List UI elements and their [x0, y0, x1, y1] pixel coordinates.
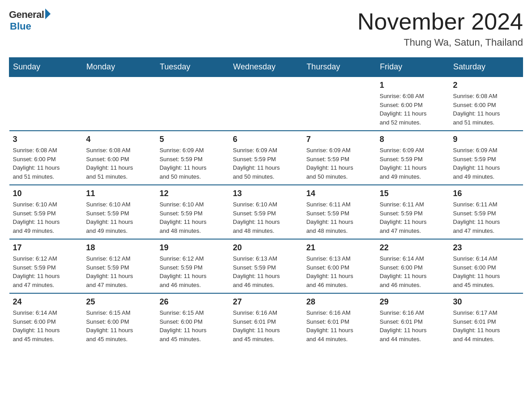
- calendar-cell: [229, 77, 303, 131]
- day-number: 3: [13, 135, 79, 144]
- calendar-cell: 22Sunrise: 6:14 AM Sunset: 6:00 PM Dayli…: [376, 239, 450, 293]
- calendar-cell: 7Sunrise: 6:09 AM Sunset: 5:59 PM Daylig…: [303, 131, 376, 185]
- weekday-header-sunday: Sunday: [9, 58, 83, 77]
- calendar-week-row: 24Sunrise: 6:14 AM Sunset: 6:00 PM Dayli…: [9, 293, 523, 347]
- day-number: 12: [159, 189, 226, 198]
- day-number: 25: [86, 297, 152, 307]
- calendar-cell: 25Sunrise: 6:15 AM Sunset: 6:00 PM Dayli…: [82, 293, 156, 347]
- weekday-header-monday: Monday: [82, 58, 156, 77]
- day-number: 24: [13, 297, 79, 307]
- day-number: 7: [306, 135, 373, 144]
- calendar-cell: 6Sunrise: 6:09 AM Sunset: 5:59 PM Daylig…: [229, 131, 303, 185]
- calendar-cell: 26Sunrise: 6:15 AM Sunset: 6:00 PM Dayli…: [156, 293, 229, 347]
- month-title: November 2024: [357, 9, 523, 34]
- day-info: Sunrise: 6:09 AM Sunset: 5:59 PM Dayligh…: [159, 146, 226, 181]
- calendar-week-row: 17Sunrise: 6:12 AM Sunset: 5:59 PM Dayli…: [9, 239, 523, 293]
- day-number: 11: [86, 189, 152, 198]
- day-info: Sunrise: 6:08 AM Sunset: 6:00 PM Dayligh…: [453, 92, 519, 127]
- day-info: Sunrise: 6:10 AM Sunset: 5:59 PM Dayligh…: [233, 200, 299, 235]
- day-info: Sunrise: 6:13 AM Sunset: 5:59 PM Dayligh…: [233, 254, 299, 289]
- calendar-cell: 16Sunrise: 6:11 AM Sunset: 5:59 PM Dayli…: [450, 185, 523, 239]
- day-number: 2: [453, 81, 519, 90]
- calendar-cell: 10Sunrise: 6:10 AM Sunset: 5:59 PM Dayli…: [9, 185, 83, 239]
- day-info: Sunrise: 6:13 AM Sunset: 6:00 PM Dayligh…: [306, 254, 373, 289]
- calendar-week-row: 1Sunrise: 6:08 AM Sunset: 6:00 PM Daylig…: [9, 77, 523, 131]
- calendar-cell: [156, 77, 229, 131]
- day-info: Sunrise: 6:09 AM Sunset: 5:59 PM Dayligh…: [453, 146, 519, 181]
- day-info: Sunrise: 6:09 AM Sunset: 5:59 PM Dayligh…: [233, 146, 299, 181]
- calendar-cell: 14Sunrise: 6:11 AM Sunset: 5:59 PM Dayli…: [303, 185, 376, 239]
- day-number: 4: [86, 135, 152, 144]
- calendar-cell: 2Sunrise: 6:08 AM Sunset: 6:00 PM Daylig…: [450, 77, 523, 131]
- calendar-cell: 27Sunrise: 6:16 AM Sunset: 6:01 PM Dayli…: [229, 293, 303, 347]
- calendar-cell: 20Sunrise: 6:13 AM Sunset: 5:59 PM Dayli…: [229, 239, 303, 293]
- day-number: 6: [233, 135, 299, 144]
- day-number: 23: [453, 243, 519, 253]
- day-number: 9: [453, 135, 519, 144]
- day-number: 14: [306, 189, 373, 198]
- calendar-cell: 5Sunrise: 6:09 AM Sunset: 5:59 PM Daylig…: [156, 131, 229, 185]
- calendar-cell: 21Sunrise: 6:13 AM Sunset: 6:00 PM Dayli…: [303, 239, 376, 293]
- day-number: 8: [380, 135, 446, 144]
- weekday-header-wednesday: Wednesday: [229, 58, 303, 77]
- day-number: 28: [306, 297, 373, 307]
- day-info: Sunrise: 6:11 AM Sunset: 5:59 PM Dayligh…: [380, 200, 446, 235]
- day-info: Sunrise: 6:08 AM Sunset: 6:00 PM Dayligh…: [86, 146, 152, 181]
- day-number: 17: [13, 243, 79, 253]
- calendar-week-row: 10Sunrise: 6:10 AM Sunset: 5:59 PM Dayli…: [9, 185, 523, 239]
- calendar-cell: 30Sunrise: 6:17 AM Sunset: 6:01 PM Dayli…: [450, 293, 523, 347]
- day-info: Sunrise: 6:10 AM Sunset: 5:59 PM Dayligh…: [13, 200, 79, 235]
- calendar-cell: 9Sunrise: 6:09 AM Sunset: 5:59 PM Daylig…: [450, 131, 523, 185]
- day-info: Sunrise: 6:12 AM Sunset: 5:59 PM Dayligh…: [159, 254, 226, 289]
- calendar-cell: 3Sunrise: 6:08 AM Sunset: 6:00 PM Daylig…: [9, 131, 83, 185]
- day-number: 29: [380, 297, 446, 307]
- day-number: 22: [380, 243, 446, 253]
- calendar-cell: 15Sunrise: 6:11 AM Sunset: 5:59 PM Dayli…: [376, 185, 450, 239]
- logo-general-text: General: [9, 9, 44, 21]
- calendar-cell: 18Sunrise: 6:12 AM Sunset: 5:59 PM Dayli…: [82, 239, 156, 293]
- calendar-cell: 28Sunrise: 6:16 AM Sunset: 6:01 PM Dayli…: [303, 293, 376, 347]
- day-info: Sunrise: 6:14 AM Sunset: 6:00 PM Dayligh…: [13, 308, 79, 343]
- calendar-cell: 29Sunrise: 6:16 AM Sunset: 6:01 PM Dayli…: [376, 293, 450, 347]
- location-title: Thung Wa, Satun, Thailand: [357, 37, 523, 48]
- weekday-header-saturday: Saturday: [450, 58, 523, 77]
- weekday-header-thursday: Thursday: [303, 58, 376, 77]
- day-number: 30: [453, 297, 519, 307]
- calendar-cell: 23Sunrise: 6:14 AM Sunset: 6:00 PM Dayli…: [450, 239, 523, 293]
- day-info: Sunrise: 6:09 AM Sunset: 5:59 PM Dayligh…: [380, 146, 446, 181]
- weekday-header-friday: Friday: [376, 58, 450, 77]
- day-number: 19: [159, 243, 226, 253]
- day-number: 1: [380, 81, 446, 90]
- day-number: 13: [233, 189, 299, 198]
- day-number: 27: [233, 297, 299, 307]
- day-number: 20: [233, 243, 299, 253]
- day-info: Sunrise: 6:14 AM Sunset: 6:00 PM Dayligh…: [453, 254, 519, 289]
- day-info: Sunrise: 6:09 AM Sunset: 5:59 PM Dayligh…: [306, 146, 373, 181]
- calendar-table: SundayMondayTuesdayWednesdayThursdayFrid…: [9, 57, 523, 347]
- day-info: Sunrise: 6:16 AM Sunset: 6:01 PM Dayligh…: [306, 308, 373, 343]
- day-number: 21: [306, 243, 373, 253]
- day-number: 15: [380, 189, 446, 198]
- calendar-cell: [82, 77, 156, 131]
- day-number: 10: [13, 189, 79, 198]
- calendar-cell: 8Sunrise: 6:09 AM Sunset: 5:59 PM Daylig…: [376, 131, 450, 185]
- day-info: Sunrise: 6:12 AM Sunset: 5:59 PM Dayligh…: [13, 254, 79, 289]
- calendar-header-row: SundayMondayTuesdayWednesdayThursdayFrid…: [9, 58, 523, 77]
- page-header: General Blue November 2024 Thung Wa, Sat…: [9, 9, 523, 48]
- calendar-cell: 13Sunrise: 6:10 AM Sunset: 5:59 PM Dayli…: [229, 185, 303, 239]
- day-info: Sunrise: 6:17 AM Sunset: 6:01 PM Dayligh…: [453, 308, 519, 343]
- logo-arrow-icon: [45, 9, 51, 19]
- calendar-cell: 1Sunrise: 6:08 AM Sunset: 6:00 PM Daylig…: [376, 77, 450, 131]
- day-info: Sunrise: 6:11 AM Sunset: 5:59 PM Dayligh…: [306, 200, 373, 235]
- day-number: 5: [159, 135, 226, 144]
- day-info: Sunrise: 6:08 AM Sunset: 6:00 PM Dayligh…: [13, 146, 79, 181]
- weekday-header-tuesday: Tuesday: [156, 58, 229, 77]
- calendar-cell: [303, 77, 376, 131]
- calendar-week-row: 3Sunrise: 6:08 AM Sunset: 6:00 PM Daylig…: [9, 131, 523, 185]
- day-info: Sunrise: 6:15 AM Sunset: 6:00 PM Dayligh…: [159, 308, 226, 343]
- calendar-cell: 19Sunrise: 6:12 AM Sunset: 5:59 PM Dayli…: [156, 239, 229, 293]
- title-section: November 2024 Thung Wa, Satun, Thailand: [357, 9, 523, 48]
- calendar-cell: [9, 77, 83, 131]
- calendar-cell: 24Sunrise: 6:14 AM Sunset: 6:00 PM Dayli…: [9, 293, 83, 347]
- calendar-cell: 12Sunrise: 6:10 AM Sunset: 5:59 PM Dayli…: [156, 185, 229, 239]
